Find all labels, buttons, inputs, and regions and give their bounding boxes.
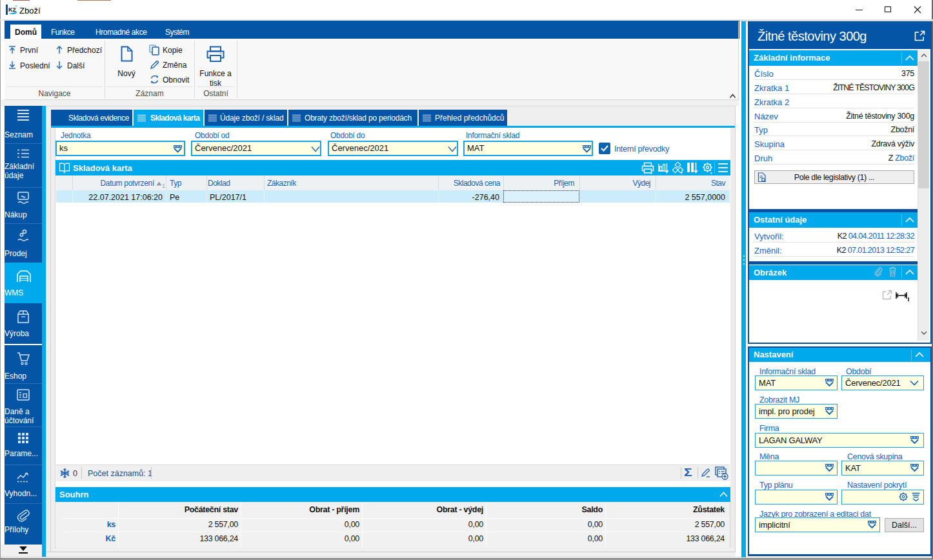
svg-text:K2: K2 (8, 6, 16, 13)
